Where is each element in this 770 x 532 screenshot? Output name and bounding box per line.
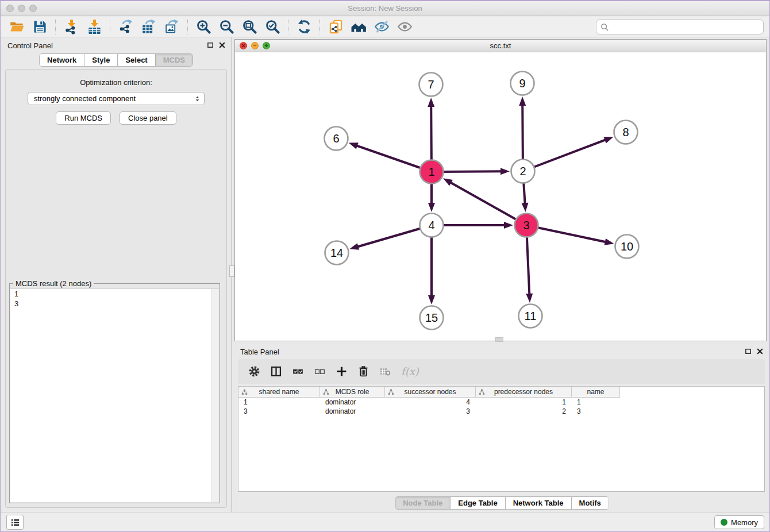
tab-style[interactable]: Style: [84, 54, 118, 66]
search-field[interactable]: [596, 20, 764, 34]
split-handle-horizontal[interactable]: [495, 337, 503, 342]
table-cell: 4: [385, 398, 476, 406]
save-session-button[interactable]: [28, 18, 51, 36]
apply-layout-button[interactable]: [292, 18, 315, 36]
close-panel-icon[interactable]: [218, 41, 226, 49]
mcds-result-title: MCDS result (2 nodes): [13, 279, 94, 288]
graph-node[interactable]: 7: [419, 73, 443, 97]
import-network-icon: [64, 19, 79, 34]
column-header-label: MCDS role: [336, 388, 369, 396]
tab-network-table[interactable]: Network Table: [506, 497, 572, 509]
float-panel-icon[interactable]: [207, 41, 214, 49]
tab-group: NetworkStyleSelectMCDS: [39, 53, 193, 67]
column-header-predecessor-nodes[interactable]: predecessor nodes: [476, 387, 572, 398]
column-header-successor-nodes[interactable]: successor nodes: [385, 387, 476, 398]
export-table-button[interactable]: [137, 18, 160, 36]
control-panel-title: Control Panel: [7, 41, 53, 50]
graph-edge[interactable]: [349, 142, 432, 172]
control-panel-tabs: NetworkStyleSelectMCDS: [1, 53, 232, 67]
first-neighbors-button[interactable]: [347, 18, 370, 36]
node-table[interactable]: shared nameMCDS rolesuccessor nodesprede…: [238, 386, 765, 492]
graph-edge[interactable]: [523, 137, 613, 171]
table-settings-icon: [248, 365, 260, 377]
graph-node[interactable]: 8: [614, 121, 638, 144]
network-titlebar: ✕ – + scc.txt: [235, 40, 766, 52]
table-row[interactable]: 3dominator323: [238, 407, 764, 416]
tab-motifs[interactable]: Motifs: [572, 497, 609, 509]
graph-node[interactable]: 10: [615, 235, 639, 259]
table-panel: Table Panel f(x) shared nameMCDS rolesuc…: [234, 344, 769, 511]
column-type-icon: [479, 389, 485, 395]
function-builder-button: f(x): [401, 365, 419, 377]
column-type-icon: [388, 389, 394, 395]
run-mcds-button[interactable]: Run MCDS: [56, 111, 111, 125]
toolbar-separator: [187, 20, 188, 34]
select-all-button[interactable]: [292, 365, 304, 377]
node-table-header: shared nameMCDS rolesuccessor nodesprede…: [238, 387, 764, 398]
column-header-shared-name[interactable]: shared name: [238, 387, 320, 398]
graph-node[interactable]: 11: [519, 304, 542, 328]
table-settings-button[interactable]: [248, 365, 260, 377]
close-table-panel-icon[interactable]: [756, 348, 764, 355]
mcds-result-list[interactable]: 13: [10, 288, 219, 502]
graph-node[interactable]: 1: [420, 160, 444, 184]
network-canvas[interactable]: 7968124314101511: [235, 52, 766, 341]
table-cell: 1: [238, 398, 320, 406]
graph-node[interactable]: 14: [325, 241, 349, 265]
delete-entry-button[interactable]: [357, 365, 369, 377]
show-all-button[interactable]: [393, 18, 416, 36]
export-image-icon: [164, 19, 180, 34]
result-scrollbar[interactable]: [211, 289, 219, 502]
tab-network[interactable]: Network: [40, 54, 84, 66]
tab-mcds[interactable]: MCDS: [156, 54, 192, 66]
first-neighbors-icon: [351, 19, 367, 34]
import-table-button[interactable]: [83, 18, 106, 36]
task-history-button[interactable]: [6, 515, 24, 530]
tab-edge-table[interactable]: Edge Table: [451, 497, 505, 509]
table-cell: 1: [572, 398, 620, 406]
open-file-button[interactable]: [5, 18, 28, 36]
add-entry-button[interactable]: [336, 365, 348, 377]
tab-group: Node TableEdge TableNetwork TableMotifs: [395, 496, 609, 510]
zoom-in-button[interactable]: [192, 18, 215, 36]
hide-selected-button[interactable]: [370, 18, 393, 36]
dropdown-stepper-icon: [194, 95, 201, 103]
split-handle-vertical[interactable]: [229, 265, 234, 277]
memory-button[interactable]: Memory: [714, 515, 764, 529]
optimization-criterion-select[interactable]: strongly connected component: [28, 92, 205, 105]
column-header-name[interactable]: name: [572, 387, 620, 398]
svg-text:7: 7: [428, 78, 434, 91]
search-input[interactable]: [609, 23, 763, 32]
zoom-fit-button[interactable]: [238, 18, 261, 36]
close-panel-button[interactable]: Close panel: [120, 111, 176, 125]
export-network-button[interactable]: [114, 18, 137, 36]
graph-edge[interactable]: [349, 225, 432, 250]
deselect-all-button[interactable]: [314, 365, 326, 377]
svg-text:2: 2: [519, 165, 526, 178]
table-row[interactable]: 1dominator411: [238, 398, 764, 407]
column-header-MCDS-role[interactable]: MCDS role: [320, 387, 385, 398]
graph-node[interactable]: 6: [325, 127, 348, 151]
graph-node[interactable]: 3: [515, 214, 538, 237]
graph-node[interactable]: 15: [420, 306, 444, 330]
zoom-selected-button[interactable]: [261, 18, 284, 36]
app-titlebar: Session: New Session: [1, 1, 769, 16]
zoom-selected-icon: [265, 19, 280, 34]
graph-node[interactable]: 2: [511, 160, 535, 183]
float-table-panel-icon[interactable]: [745, 348, 752, 355]
clone-network-icon: [328, 19, 344, 34]
optimization-criterion-value: strongly connected component: [34, 94, 194, 103]
graph-node[interactable]: 9: [511, 72, 534, 95]
tab-select[interactable]: Select: [118, 54, 155, 66]
zoom-out-button[interactable]: [215, 18, 238, 36]
tab-node-table[interactable]: Node Table: [395, 497, 451, 509]
graph-edge[interactable]: [526, 225, 614, 245]
show-columns-icon: [270, 365, 282, 377]
export-image-button[interactable]: [160, 18, 183, 36]
graph-edge[interactable]: [443, 178, 526, 225]
clone-network-button[interactable]: [324, 18, 347, 36]
import-network-button[interactable]: [60, 18, 83, 36]
mcds-panel: Optimization criterion: strongly connect…: [5, 69, 227, 508]
show-columns-button[interactable]: [270, 365, 282, 377]
graph-node[interactable]: 4: [420, 214, 444, 237]
